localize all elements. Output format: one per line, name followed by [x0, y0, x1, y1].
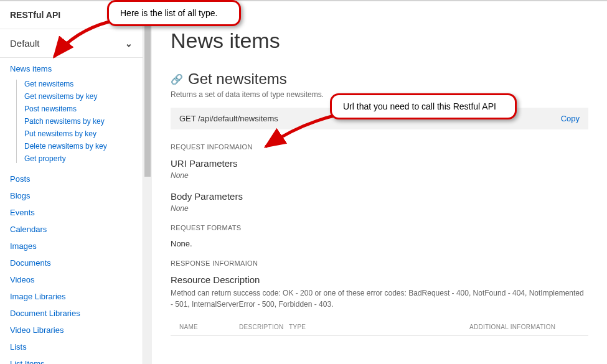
- resource-desc-label: Resource Description: [171, 274, 588, 285]
- sidebar-item-lists[interactable]: Lists: [10, 342, 133, 352]
- response-info-label: RESPONSE INFORMAION: [171, 259, 588, 267]
- annotation-callout-1: Here is the list of all type.: [107, 0, 241, 26]
- sidebar-item-events[interactable]: Events: [10, 208, 133, 217]
- uri-params-label: URI Parameters: [171, 158, 588, 169]
- th-description: DESCRIPTION: [239, 324, 289, 330]
- table-header-row: NAME DESCRIPTION TYPE ADDITIONAL INFORMA…: [171, 319, 588, 336]
- annotation-arrow-1: [50, 19, 118, 68]
- sidebar-item-video-libraries[interactable]: Video Libraries: [10, 325, 133, 335]
- sidebar-item-list-items[interactable]: List Items: [10, 359, 133, 364]
- section-title: Get newsitems: [188, 70, 287, 88]
- sidebar-item-posts[interactable]: Posts: [10, 174, 133, 184]
- sidebar-sub-delete-newsitems-key[interactable]: Delete newsitems by key: [24, 142, 133, 151]
- dropdown-label: Default: [10, 38, 40, 49]
- sidebar-item-documents[interactable]: Documents: [10, 258, 133, 268]
- sidebar-sub-post-newsitems[interactable]: Post newsitems: [24, 105, 133, 113]
- request-info-label: REQUEST INFORMAION: [171, 143, 588, 151]
- main-content: News items 🔗 Get newsitems Returns a set…: [152, 1, 607, 364]
- sidebar-list: Posts Blogs Events Calendars Images Docu…: [10, 174, 133, 364]
- th-name: NAME: [171, 324, 239, 330]
- sidebar-sub-get-property[interactable]: Get property: [24, 154, 133, 163]
- sidebar-subnav: Get newsitems Get newsitems by key Post …: [16, 80, 133, 163]
- link-icon[interactable]: 🔗: [171, 73, 183, 85]
- annotation-callout-2: Url that you need to call this Restful A…: [330, 93, 517, 119]
- sidebar-nav: News items Get newsitems Get newsitems b…: [0, 58, 143, 364]
- sidebar-item-images[interactable]: Images: [10, 241, 133, 251]
- sidebar-sub-patch-newsitems-key[interactable]: Patch newsitems by key: [24, 117, 133, 126]
- request-formats-label: REQUEST FORMATS: [171, 224, 588, 231]
- sidebar-item-document-libraries[interactable]: Document Libraries: [10, 309, 133, 318]
- sidebar-item-blogs[interactable]: Blogs: [10, 191, 133, 200]
- page-title: News items: [171, 29, 588, 53]
- section-title-row: 🔗 Get newsitems: [171, 70, 588, 88]
- uri-params-value: None: [171, 171, 588, 180]
- body-params-label: Body Parameters: [171, 191, 588, 202]
- sidebar-sub-get-newsitems-key[interactable]: Get newsitems by key: [24, 92, 133, 101]
- copy-button[interactable]: Copy: [561, 114, 580, 123]
- sidebar-sub-get-newsitems[interactable]: Get newsitems: [24, 80, 133, 88]
- body-params-value: None: [171, 204, 588, 213]
- sidebar-item-calendars[interactable]: Calendars: [10, 225, 133, 234]
- sidebar-sub-put-newsitems-key[interactable]: Put newsitems by key: [24, 129, 133, 138]
- chevron-down-icon: ⌄: [125, 39, 133, 49]
- scroll-thumb[interactable]: [144, 2, 151, 177]
- request-formats-value: None.: [171, 239, 588, 248]
- sidebar-item-image-libraries[interactable]: Image Libraries: [10, 292, 133, 301]
- th-additional: ADDITIONAL INFORMATION: [469, 324, 588, 330]
- annotation-arrow-2: [261, 112, 342, 156]
- th-type: TYPE: [289, 324, 469, 330]
- resource-desc-text: Method can return success code: OK - 200…: [171, 287, 588, 310]
- sidebar-scrollbar[interactable]: [143, 1, 152, 364]
- sidebar-item-videos[interactable]: Videos: [10, 275, 133, 284]
